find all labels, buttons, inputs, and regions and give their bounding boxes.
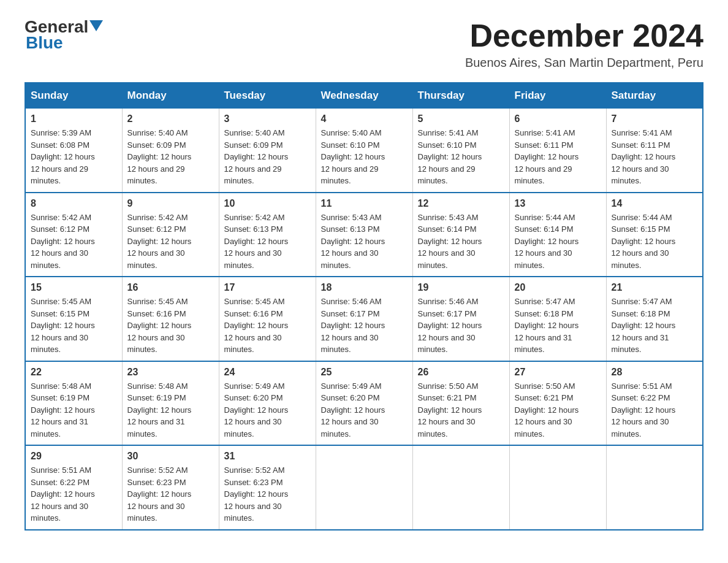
day-info: Sunrise: 5:41 AMSunset: 6:11 PMDaylight:…: [515, 128, 579, 185]
day-info: Sunrise: 5:45 AMSunset: 6:16 PMDaylight:…: [224, 297, 289, 354]
day-number: 11: [321, 198, 408, 209]
table-row: 31 Sunrise: 5:52 AMSunset: 6:23 PMDaylig…: [219, 445, 316, 530]
day-info: Sunrise: 5:50 AMSunset: 6:21 PMDaylight:…: [418, 381, 482, 439]
table-row: 11 Sunrise: 5:43 AMSunset: 6:13 PMDaylig…: [316, 193, 412, 277]
day-number: 21: [612, 282, 698, 293]
day-info: Sunrise: 5:44 AMSunset: 6:15 PMDaylight:…: [612, 213, 676, 270]
day-info: Sunrise: 5:43 AMSunset: 6:14 PMDaylight:…: [418, 213, 482, 270]
day-info: Sunrise: 5:46 AMSunset: 6:17 PMDaylight:…: [321, 297, 385, 354]
day-info: Sunrise: 5:46 AMSunset: 6:17 PMDaylight:…: [418, 297, 482, 354]
header: General Blue December 2024 Buenos Aires,…: [25, 18, 703, 70]
day-info: Sunrise: 5:47 AMSunset: 6:18 PMDaylight:…: [515, 297, 579, 354]
day-info: Sunrise: 5:41 AMSunset: 6:11 PMDaylight:…: [612, 128, 676, 185]
col-thursday: Thursday: [412, 83, 509, 109]
table-row: 16 Sunrise: 5:45 AMSunset: 6:16 PMDaylig…: [122, 277, 219, 361]
table-row: 4 Sunrise: 5:40 AMSunset: 6:10 PMDayligh…: [316, 109, 412, 193]
table-row: 3 Sunrise: 5:40 AMSunset: 6:09 PMDayligh…: [219, 109, 316, 193]
calendar-week-row: 29 Sunrise: 5:51 AMSunset: 6:22 PMDaylig…: [25, 445, 703, 530]
table-row: [316, 445, 412, 530]
page-subtitle: Buenos Aires, San Martin Department, Per…: [465, 56, 703, 70]
page-title: December 2024: [465, 18, 703, 53]
table-row: 5 Sunrise: 5:41 AMSunset: 6:10 PMDayligh…: [412, 109, 509, 193]
calendar-header-row: Sunday Monday Tuesday Wednesday Thursday…: [25, 83, 703, 109]
day-number: 10: [224, 198, 311, 209]
col-tuesday: Tuesday: [219, 83, 316, 109]
table-row: 20 Sunrise: 5:47 AMSunset: 6:18 PMDaylig…: [509, 277, 606, 361]
day-number: 9: [127, 198, 214, 209]
day-number: 15: [31, 282, 117, 293]
day-info: Sunrise: 5:48 AMSunset: 6:19 PMDaylight:…: [31, 381, 95, 439]
day-number: 5: [418, 113, 504, 124]
day-number: 22: [31, 367, 117, 378]
table-row: 17 Sunrise: 5:45 AMSunset: 6:16 PMDaylig…: [219, 277, 316, 361]
table-row: 19 Sunrise: 5:46 AMSunset: 6:17 PMDaylig…: [412, 277, 509, 361]
day-number: 4: [321, 113, 408, 124]
day-info: Sunrise: 5:52 AMSunset: 6:23 PMDaylight:…: [127, 465, 192, 523]
table-row: 13 Sunrise: 5:44 AMSunset: 6:14 PMDaylig…: [509, 193, 606, 277]
col-friday: Friday: [509, 83, 606, 109]
calendar-table: Sunday Monday Tuesday Wednesday Thursday…: [25, 82, 703, 530]
day-number: 31: [224, 451, 311, 462]
day-number: 26: [418, 367, 504, 378]
table-row: 27 Sunrise: 5:50 AMSunset: 6:21 PMDaylig…: [509, 361, 606, 446]
table-row: 2 Sunrise: 5:40 AMSunset: 6:09 PMDayligh…: [122, 109, 219, 193]
table-row: 26 Sunrise: 5:50 AMSunset: 6:21 PMDaylig…: [412, 361, 509, 446]
table-row: [412, 445, 509, 530]
logo: General Blue: [25, 18, 103, 53]
calendar-week-row: 15 Sunrise: 5:45 AMSunset: 6:15 PMDaylig…: [25, 277, 703, 361]
day-info: Sunrise: 5:45 AMSunset: 6:15 PMDaylight:…: [31, 297, 95, 354]
table-row: [509, 445, 606, 530]
day-info: Sunrise: 5:47 AMSunset: 6:18 PMDaylight:…: [612, 297, 676, 354]
day-number: 28: [612, 367, 698, 378]
day-number: 19: [418, 282, 504, 293]
logo-blue: Blue: [25, 33, 63, 53]
table-row: 29 Sunrise: 5:51 AMSunset: 6:22 PMDaylig…: [25, 445, 122, 530]
day-info: Sunrise: 5:40 AMSunset: 6:09 PMDaylight:…: [127, 128, 192, 185]
day-number: 29: [31, 451, 117, 462]
day-info: Sunrise: 5:40 AMSunset: 6:09 PMDaylight:…: [224, 128, 289, 185]
day-info: Sunrise: 5:42 AMSunset: 6:12 PMDaylight:…: [31, 213, 95, 270]
day-number: 25: [321, 367, 408, 378]
day-info: Sunrise: 5:40 AMSunset: 6:10 PMDaylight:…: [321, 128, 385, 185]
day-number: 14: [612, 198, 698, 209]
day-info: Sunrise: 5:49 AMSunset: 6:20 PMDaylight:…: [224, 381, 289, 439]
day-info: Sunrise: 5:45 AMSunset: 6:16 PMDaylight:…: [127, 297, 192, 354]
table-row: 7 Sunrise: 5:41 AMSunset: 6:11 PMDayligh…: [606, 109, 703, 193]
table-row: 30 Sunrise: 5:52 AMSunset: 6:23 PMDaylig…: [122, 445, 219, 530]
day-number: 17: [224, 282, 311, 293]
day-number: 18: [321, 282, 408, 293]
table-row: 9 Sunrise: 5:42 AMSunset: 6:12 PMDayligh…: [122, 193, 219, 277]
day-info: Sunrise: 5:48 AMSunset: 6:19 PMDaylight:…: [127, 381, 192, 439]
day-number: 8: [31, 198, 117, 209]
day-number: 20: [515, 282, 601, 293]
day-info: Sunrise: 5:44 AMSunset: 6:14 PMDaylight:…: [515, 213, 579, 270]
day-number: 24: [224, 367, 311, 378]
col-wednesday: Wednesday: [316, 83, 412, 109]
col-saturday: Saturday: [606, 83, 703, 109]
day-number: 30: [127, 451, 214, 462]
table-row: 1 Sunrise: 5:39 AMSunset: 6:08 PMDayligh…: [25, 109, 122, 193]
day-number: 6: [515, 113, 601, 124]
day-number: 3: [224, 113, 311, 124]
day-number: 12: [418, 198, 504, 209]
day-info: Sunrise: 5:42 AMSunset: 6:12 PMDaylight:…: [127, 213, 192, 270]
day-number: 1: [31, 113, 117, 124]
day-info: Sunrise: 5:39 AMSunset: 6:08 PMDaylight:…: [31, 128, 95, 185]
table-row: 24 Sunrise: 5:49 AMSunset: 6:20 PMDaylig…: [219, 361, 316, 446]
table-row: 14 Sunrise: 5:44 AMSunset: 6:15 PMDaylig…: [606, 193, 703, 277]
table-row: 22 Sunrise: 5:48 AMSunset: 6:19 PMDaylig…: [25, 361, 122, 446]
table-row: 23 Sunrise: 5:48 AMSunset: 6:19 PMDaylig…: [122, 361, 219, 446]
day-info: Sunrise: 5:51 AMSunset: 6:22 PMDaylight:…: [31, 465, 95, 523]
day-number: 2: [127, 113, 214, 124]
table-row: 18 Sunrise: 5:46 AMSunset: 6:17 PMDaylig…: [316, 277, 412, 361]
table-row: 28 Sunrise: 5:51 AMSunset: 6:22 PMDaylig…: [606, 361, 703, 446]
table-row: 6 Sunrise: 5:41 AMSunset: 6:11 PMDayligh…: [509, 109, 606, 193]
calendar-week-row: 8 Sunrise: 5:42 AMSunset: 6:12 PMDayligh…: [25, 193, 703, 277]
svg-marker-0: [89, 20, 103, 31]
day-info: Sunrise: 5:41 AMSunset: 6:10 PMDaylight:…: [418, 128, 482, 185]
day-number: 7: [612, 113, 698, 124]
day-number: 16: [127, 282, 214, 293]
logo-arrow-icon: [89, 20, 103, 31]
title-area: December 2024 Buenos Aires, San Martin D…: [465, 18, 703, 70]
day-info: Sunrise: 5:49 AMSunset: 6:20 PMDaylight:…: [321, 381, 385, 439]
